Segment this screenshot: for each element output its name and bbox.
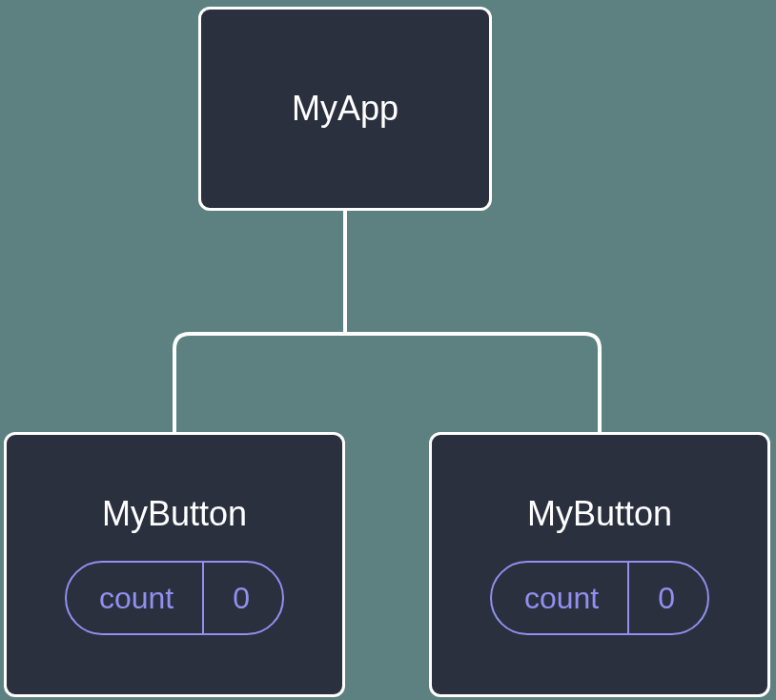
state-value-left: 0 [204, 563, 282, 633]
child-node-right-label: MyButton [527, 494, 672, 534]
state-key-right: count [492, 563, 629, 633]
state-value-right: 0 [629, 563, 707, 633]
child-node-left-label: MyButton [102, 494, 247, 534]
root-node-label: MyApp [292, 89, 398, 129]
child-node-right: MyButton count 0 [429, 432, 770, 697]
root-node-myapp: MyApp [198, 7, 492, 211]
state-pill-left: count 0 [65, 561, 284, 635]
state-pill-right: count 0 [490, 561, 709, 635]
child-node-left: MyButton count 0 [4, 432, 345, 697]
state-key-left: count [67, 563, 204, 633]
